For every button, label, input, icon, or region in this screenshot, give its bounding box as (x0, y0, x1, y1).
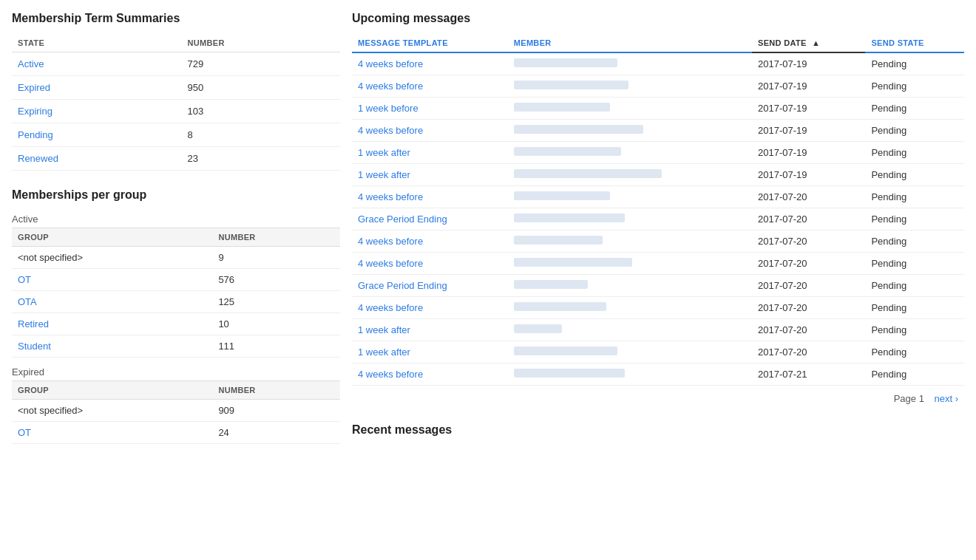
term-number-cell: 8 (182, 123, 340, 147)
group-link[interactable]: OT (18, 274, 31, 285)
expired-group-row: <not specified>909 (12, 400, 340, 422)
member-blur (514, 214, 625, 222)
group-link[interactable]: Student (18, 341, 51, 352)
member-cell (508, 142, 752, 164)
template-link[interactable]: 1 week after (358, 169, 410, 180)
member-blur (514, 191, 610, 200)
expired-group-cell: OT (12, 422, 212, 444)
left-panel: Membership Term Summaries STATE NUMBER A… (12, 12, 352, 450)
upcoming-row: 4 weeks before2017-07-20Pending (352, 253, 964, 275)
term-state-header: STATE (12, 34, 182, 52)
template-cell: 4 weeks before (352, 231, 508, 253)
group-cell: Retired (12, 313, 212, 335)
template-link[interactable]: 1 week before (358, 103, 418, 114)
upcoming-row: 4 weeks before2017-07-20Pending (352, 231, 964, 253)
send-date-header[interactable]: SEND DATE ▲ (752, 34, 865, 52)
upcoming-row: 1 week after2017-07-19Pending (352, 142, 964, 164)
upcoming-row: Grace Period Ending2017-07-20Pending (352, 208, 964, 231)
expired-group-row: OT24 (12, 422, 340, 444)
term-state-cell: Expiring (12, 100, 182, 123)
member-blur (514, 280, 588, 289)
template-cell: 4 weeks before (352, 253, 508, 275)
active-group-header: GROUP (12, 228, 212, 247)
member-cell (508, 231, 752, 253)
send-date-cell: 2017-07-19 (752, 142, 865, 164)
term-state-link[interactable]: Expired (18, 82, 50, 93)
upcoming-title: Upcoming messages (352, 12, 964, 25)
send-date-cell: 2017-07-20 (752, 253, 865, 275)
recent-title: Recent messages (352, 423, 964, 437)
template-link[interactable]: 4 weeks before (358, 81, 423, 92)
term-summaries-title: Membership Term Summaries (12, 12, 340, 25)
send-date-cell: 2017-07-20 (752, 297, 865, 319)
upcoming-row: 4 weeks before2017-07-20Pending (352, 297, 964, 319)
expired-number-cell: 909 (212, 400, 340, 422)
group-link[interactable]: Retired (18, 318, 49, 329)
template-link[interactable]: 4 weeks before (358, 302, 423, 313)
right-panel: Upcoming messages MESSAGE TEMPLATE MEMBE… (352, 12, 964, 450)
term-row: Renewed23 (12, 147, 340, 171)
send-state-cell: Pending (865, 341, 964, 363)
template-cell: 4 weeks before (352, 52, 508, 75)
member-cell (508, 186, 752, 208)
term-state-cell: Active (12, 52, 182, 76)
send-state-cell: Pending (865, 120, 964, 142)
template-link[interactable]: 4 weeks before (358, 191, 423, 202)
send-state-cell: Pending (865, 75, 964, 98)
send-date-cell: 2017-07-21 (752, 363, 865, 386)
send-date-cell: 2017-07-19 (752, 75, 865, 98)
template-link[interactable]: 4 weeks before (358, 236, 423, 247)
term-state-link[interactable]: Renewed (18, 153, 58, 164)
send-date-cell: 2017-07-20 (752, 341, 865, 363)
send-state-cell: Pending (865, 208, 964, 231)
msg-template-header[interactable]: MESSAGE TEMPLATE (352, 34, 508, 52)
next-link[interactable]: next › (934, 393, 958, 404)
send-date-cell: 2017-07-20 (752, 208, 865, 231)
template-link[interactable]: 1 week after (358, 147, 410, 158)
upcoming-row: 4 weeks before2017-07-20Pending (352, 186, 964, 208)
active-group-row: Student111 (12, 335, 340, 358)
send-state-cell: Pending (865, 275, 964, 297)
expired-group-header: GROUP (12, 381, 212, 400)
member-blur (514, 81, 628, 89)
upcoming-row: 1 week after2017-07-20Pending (352, 341, 964, 363)
group-cell: OT (12, 269, 212, 291)
member-header[interactable]: MEMBER (508, 34, 752, 52)
expired-group-table: GROUP NUMBER <not specified>909OT24 (12, 380, 340, 444)
group-cell: <not specified> (12, 247, 212, 269)
template-link[interactable]: 4 weeks before (358, 369, 423, 380)
term-state-link[interactable]: Expiring (18, 106, 52, 117)
template-cell: 4 weeks before (352, 186, 508, 208)
expired-group-link[interactable]: OT (18, 427, 31, 438)
member-blur (514, 58, 617, 67)
send-state-cell: Pending (865, 52, 964, 75)
template-link[interactable]: 1 week after (358, 346, 410, 358)
group-link[interactable]: OTA (18, 296, 37, 307)
member-cell (508, 297, 752, 319)
term-state-link[interactable]: Active (18, 58, 44, 69)
upcoming-row: 4 weeks before2017-07-19Pending (352, 52, 964, 75)
template-link[interactable]: 4 weeks before (358, 58, 423, 69)
term-state-cell: Renewed (12, 147, 182, 171)
page-label: Page 1 (894, 393, 924, 404)
template-cell: 1 week after (352, 341, 508, 363)
term-number-header: NUMBER (182, 34, 340, 52)
send-state-header[interactable]: SEND STATE (865, 34, 964, 52)
send-date-cell: 2017-07-20 (752, 275, 865, 297)
member-blur (514, 302, 606, 311)
template-link[interactable]: Grace Period Ending (358, 280, 447, 291)
active-group-table: GROUP NUMBER <not specified>9OT576OTA125… (12, 228, 340, 358)
group-number-cell: 10 (212, 313, 340, 335)
term-state-link[interactable]: Pending (18, 129, 53, 140)
active-group-row: Retired10 (12, 313, 340, 335)
template-link[interactable]: 4 weeks before (358, 258, 423, 269)
active-label: Active (12, 211, 340, 228)
term-number-cell: 23 (182, 147, 340, 171)
template-link[interactable]: Grace Period Ending (358, 214, 447, 225)
term-row: Active729 (12, 52, 340, 76)
template-link[interactable]: 4 weeks before (358, 125, 423, 136)
pagination: Page 1 next › (352, 386, 964, 412)
template-link[interactable]: 1 week after (358, 324, 410, 335)
template-cell: 1 week after (352, 142, 508, 164)
active-group-row: OT576 (12, 269, 340, 291)
